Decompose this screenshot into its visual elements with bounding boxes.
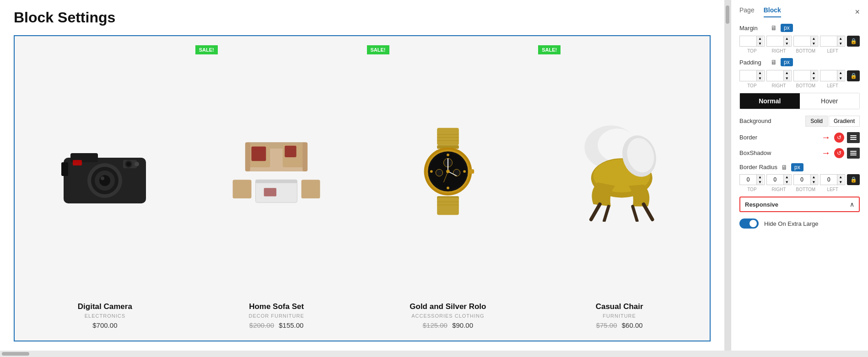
svg-point-34 bbox=[430, 170, 433, 173]
panel-close-button[interactable]: × bbox=[855, 7, 860, 17]
br-left-up[interactable]: ▲ bbox=[837, 175, 844, 180]
margin-right-spinbox[interactable]: ▲▼ bbox=[766, 36, 792, 47]
margin-top-label: TOP bbox=[739, 48, 765, 53]
product-image-camera bbox=[24, 45, 186, 298]
br-bottom-up[interactable]: ▲ bbox=[810, 175, 817, 180]
padding-top-down[interactable]: ▼ bbox=[756, 76, 763, 81]
padding-right-up[interactable]: ▲ bbox=[783, 70, 790, 75]
margin-bottom-spinbox[interactable]: ▲▼ bbox=[793, 36, 819, 47]
padding-top-input[interactable] bbox=[740, 71, 756, 81]
padding-bottom-up[interactable]: ▲ bbox=[810, 70, 817, 75]
tab-block[interactable]: Block bbox=[764, 6, 781, 17]
border-radius-unit: px bbox=[791, 163, 803, 171]
hover-button[interactable]: Hover bbox=[800, 93, 860, 109]
svg-rect-45 bbox=[437, 197, 459, 215]
margin-right-down[interactable]: ▼ bbox=[783, 41, 790, 46]
margin-top-spinbox[interactable]: ▲▼ bbox=[739, 36, 765, 47]
margin-left-spinbox[interactable]: ▲▼ bbox=[820, 36, 845, 47]
margin-right-input[interactable] bbox=[767, 36, 783, 46]
boxshadow-settings-button[interactable] bbox=[847, 148, 860, 159]
vertical-scrollbar[interactable] bbox=[724, 0, 731, 351]
margin-right-label: RIGHT bbox=[766, 48, 792, 53]
padding-left-label: LEFT bbox=[820, 83, 845, 88]
br-bottom-label: BOTTOM bbox=[793, 187, 819, 192]
product-grid: Digital Camera ELECTRONICS $700.00 SALE! bbox=[19, 41, 705, 336]
padding-bottom-label: BOTTOM bbox=[793, 83, 819, 88]
hide-on-label: Hide On Extra Large bbox=[764, 220, 819, 227]
margin-lock-button[interactable]: 🔒 bbox=[847, 36, 860, 47]
br-bottom-spinbox[interactable]: ▲▼ bbox=[793, 174, 819, 185]
padding-bottom-input[interactable] bbox=[794, 71, 810, 81]
margin-bottom-input[interactable] bbox=[794, 36, 810, 46]
margin-top-input[interactable] bbox=[740, 36, 756, 46]
br-top-spinbox[interactable]: ▲▼ bbox=[739, 174, 765, 185]
margin-bottom-down[interactable]: ▼ bbox=[810, 41, 817, 46]
br-bottom-input[interactable] bbox=[794, 175, 810, 185]
boxshadow-label: BoxShadow bbox=[739, 149, 771, 156]
br-left-down[interactable]: ▼ bbox=[837, 180, 844, 185]
boxshadow-arrow-icon: → bbox=[821, 148, 830, 158]
product-price-watch: $125.00 $90.00 bbox=[369, 321, 527, 329]
margin-spinboxes: ▲▼ ▲▼ ▲▼ ▲▼ 🔒 bbox=[739, 36, 860, 47]
padding-right-spinbox[interactable]: ▲▼ bbox=[766, 70, 792, 81]
margin-left-down[interactable]: ▼ bbox=[837, 41, 844, 46]
margin-right-up[interactable]: ▲ bbox=[783, 36, 790, 41]
chair-icon bbox=[574, 121, 665, 222]
bg-solid-button[interactable]: Solid bbox=[805, 116, 828, 127]
margin-left-input[interactable] bbox=[820, 36, 837, 46]
padding-bottom-spinbox[interactable]: ▲▼ bbox=[793, 70, 819, 81]
svg-rect-23 bbox=[233, 180, 252, 198]
padding-right-down[interactable]: ▼ bbox=[783, 76, 790, 81]
br-right-input[interactable] bbox=[767, 175, 783, 185]
bg-gradient-button[interactable]: Gradient bbox=[829, 116, 860, 127]
padding-left-input[interactable] bbox=[820, 71, 837, 81]
background-row: Background Solid Gradient bbox=[739, 116, 860, 127]
padding-right-input[interactable] bbox=[767, 71, 783, 81]
padding-left-down[interactable]: ▼ bbox=[837, 76, 844, 81]
svg-rect-64 bbox=[850, 151, 857, 152]
border-settings-button[interactable] bbox=[847, 132, 860, 143]
padding-top-up[interactable]: ▲ bbox=[756, 70, 763, 75]
svg-point-35 bbox=[463, 170, 466, 173]
br-top-down[interactable]: ▼ bbox=[756, 180, 763, 185]
product-info-sofa: Home Sofa Set DECOR FURNITURE $200.00 $1… bbox=[195, 298, 358, 331]
padding-top-spinbox[interactable]: ▲▼ bbox=[739, 70, 765, 81]
tab-page[interactable]: Page bbox=[739, 6, 755, 17]
margin-left-up[interactable]: ▲ bbox=[837, 36, 844, 41]
normal-button[interactable]: Normal bbox=[740, 93, 800, 109]
br-left-label: LEFT bbox=[820, 187, 845, 192]
br-left-input[interactable] bbox=[820, 175, 837, 185]
responsive-header[interactable]: Responsive ∧ bbox=[739, 197, 860, 212]
br-top-up[interactable]: ▲ bbox=[756, 175, 763, 180]
border-radius-label: Border Radius bbox=[739, 164, 777, 171]
br-bottom-down[interactable]: ▼ bbox=[810, 180, 817, 185]
svg-rect-62 bbox=[850, 137, 857, 138]
br-top-input[interactable] bbox=[740, 175, 756, 185]
padding-unit: px bbox=[781, 58, 793, 66]
padding-left-up[interactable]: ▲ bbox=[837, 70, 844, 75]
br-right-spinbox[interactable]: ▲▼ bbox=[766, 174, 792, 185]
product-image-sofa: SALE! bbox=[195, 45, 358, 298]
margin-bottom-label: BOTTOM bbox=[793, 48, 819, 53]
border-reset-button[interactable]: ↺ bbox=[834, 133, 844, 143]
margin-unit: px bbox=[781, 24, 793, 32]
svg-rect-18 bbox=[285, 146, 296, 157]
boxshadow-reset-button[interactable]: ↺ bbox=[834, 148, 844, 158]
padding-lock-button[interactable]: 🔒 bbox=[847, 70, 860, 81]
product-info-chair: Casual Chair FURNITURE $75.00 $60.00 bbox=[538, 298, 701, 331]
br-right-down[interactable]: ▼ bbox=[783, 180, 790, 185]
padding-bottom-down[interactable]: ▼ bbox=[810, 76, 817, 81]
svg-line-55 bbox=[591, 204, 599, 219]
background-options: Solid Gradient bbox=[805, 116, 860, 127]
br-right-up[interactable]: ▲ bbox=[783, 175, 790, 180]
margin-bottom-up[interactable]: ▲ bbox=[810, 36, 817, 41]
horizontal-scrollbar[interactable] bbox=[0, 351, 868, 357]
scroll-thumb[interactable] bbox=[726, 5, 729, 24]
padding-left-spinbox[interactable]: ▲▼ bbox=[820, 70, 845, 81]
bottom-scroll-thumb[interactable] bbox=[2, 352, 29, 356]
br-left-spinbox[interactable]: ▲▼ bbox=[820, 174, 845, 185]
margin-top-up[interactable]: ▲ bbox=[756, 36, 763, 41]
margin-top-down[interactable]: ▼ bbox=[756, 41, 763, 46]
br-lock-button[interactable]: 🔒 bbox=[847, 174, 860, 185]
hide-on-toggle[interactable] bbox=[739, 218, 759, 229]
